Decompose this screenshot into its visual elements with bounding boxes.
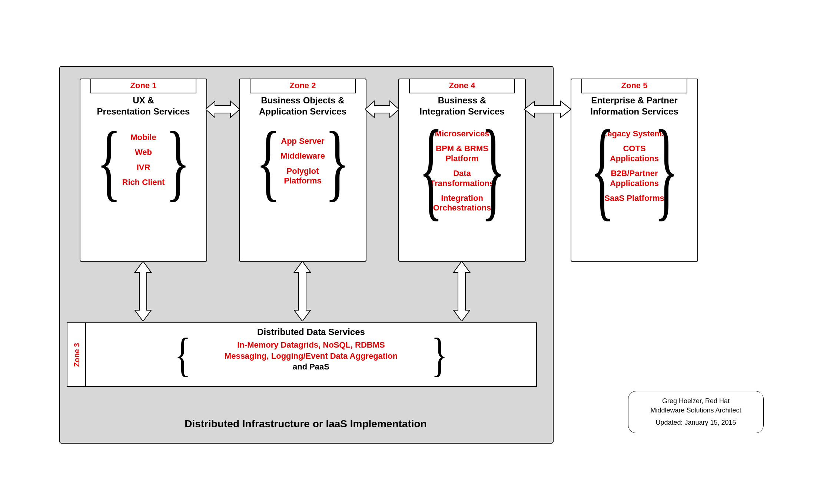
- svg-marker-4: [294, 261, 311, 321]
- arrow-z4-z5: [524, 98, 571, 120]
- zone4-title: Business & Integration Services: [399, 95, 525, 117]
- zone3-line3: and PaaS: [293, 362, 329, 371]
- credit-l2: Middleware Solutions Architect: [637, 406, 755, 415]
- zone4-left-brace: {: [419, 105, 443, 233]
- zone4-title-l1: Business &: [438, 95, 487, 105]
- zone4-item-micro: Microservices: [399, 129, 525, 139]
- credit-l3: Updated: January 15, 2015: [637, 418, 755, 427]
- zone1-title-l1: UX &: [133, 95, 154, 105]
- zone3-line2: Messaging, Logging/Event Data Aggregatio…: [225, 351, 398, 361]
- zone1-right-brace: }: [166, 113, 190, 211]
- zone3-badge: Zone 3: [73, 343, 81, 367]
- zone3-box: Distributed Data Services In-Memory Data…: [85, 322, 537, 387]
- arrow-z1-down: [133, 261, 153, 321]
- zone4-items: Microservices BPM & BRMSPlatform DataTra…: [399, 124, 525, 218]
- svg-marker-5: [454, 261, 470, 321]
- arrow-z1-z2: [206, 98, 240, 120]
- zone2-title-l1: Business Objects &: [261, 95, 344, 105]
- zone3-left-brace: {: [175, 327, 191, 382]
- zone5-right-brace: }: [654, 105, 678, 233]
- zone5-left-brace: {: [591, 105, 615, 233]
- svg-marker-1: [365, 101, 399, 117]
- zone2-box: Zone 2 Business Objects & Application Se…: [239, 79, 366, 262]
- credit-l1: Greg Hoelzer, Red Hat: [637, 397, 755, 406]
- zone4-item-orch: IntegrationOrchestrations: [399, 193, 525, 213]
- zone5-title-l1: Enterprise & Partner: [591, 95, 677, 105]
- zone5-badge: Zone 5: [581, 79, 687, 93]
- infrastructure-caption: Distributed Infrastructure or IaaS Imple…: [59, 418, 552, 430]
- zone2-left-brace: {: [256, 113, 280, 211]
- arrow-z2-z4: [365, 98, 399, 120]
- zone3-tab: Zone 3: [67, 322, 86, 387]
- zone1-box: Zone 1 UX & Presentation Services Mobile…: [80, 79, 207, 262]
- zone1-left-brace: {: [97, 113, 121, 211]
- zone4-badge: Zone 4: [409, 79, 515, 93]
- zone2-right-brace: }: [325, 113, 349, 211]
- zone3-right-brace: }: [431, 327, 448, 382]
- zone3-title: Distributed Data Services: [86, 327, 536, 337]
- zone2-badge: Zone 2: [250, 79, 356, 93]
- svg-marker-2: [524, 101, 571, 117]
- zone4-box: Zone 4 Business & Integration Services M…: [398, 79, 526, 262]
- svg-marker-0: [206, 101, 240, 117]
- zone4-item-bpm: BPM & BRMSPlatform: [399, 144, 525, 163]
- zone4-item-data: DataTransformations: [399, 169, 525, 188]
- zone3-lines: In-Memory Datagrids, NoSQL, RDBMS Messag…: [86, 339, 536, 372]
- credit-box: Greg Hoelzer, Red Hat Middleware Solutio…: [628, 391, 764, 433]
- zone1-badge: Zone 1: [90, 79, 196, 93]
- arrow-z4-down: [451, 261, 472, 321]
- zone5-box: Zone 5 Enterprise & Partner Information …: [571, 79, 698, 262]
- arrow-z2-down: [292, 261, 313, 321]
- diagram-canvas: Zone 1 UX & Presentation Services Mobile…: [0, 0, 830, 504]
- svg-marker-3: [135, 261, 151, 321]
- zone4-right-brace: }: [481, 105, 505, 233]
- zone3-line1: In-Memory Datagrids, NoSQL, RDBMS: [237, 340, 385, 349]
